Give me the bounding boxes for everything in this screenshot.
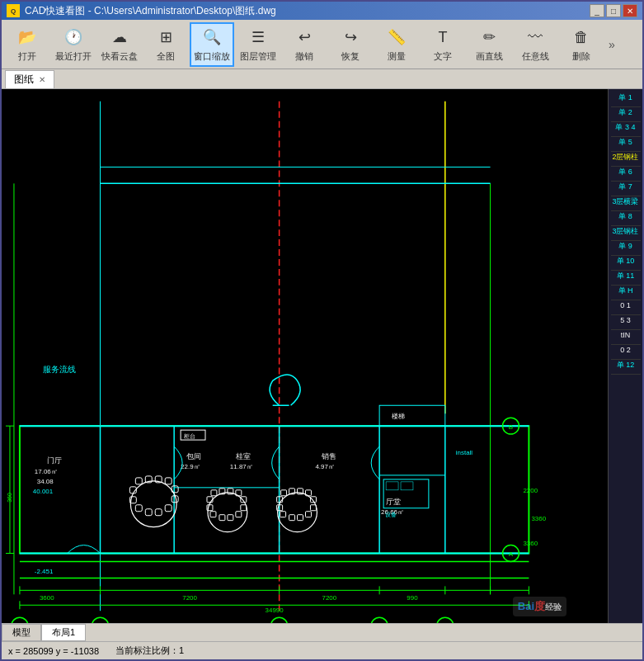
main-window: Q CAD快速看图 - C:\Users\Administrator\Deskt… [0, 0, 644, 661]
right-panel-item-7[interactable]: 3层横梁 [611, 196, 641, 211]
toolbar-btn-delete[interactable]: 🗑 删除 [559, 22, 604, 67]
svg-text:柜台: 柜台 [183, 433, 195, 439]
open-icon: 📂 [16, 26, 39, 49]
app-icon: Q [7, 4, 20, 17]
right-panel-item-14[interactable]: 0 1 [611, 300, 641, 315]
watermark-text: Bai度经验 [513, 597, 566, 616]
toolbar-btn-spline[interactable]: 〰 任意线 [513, 22, 557, 67]
window_zoom-label: 窗口缩放 [194, 50, 230, 63]
window-title: CAD快速看图 - C:\Users\Administrator\Desktop… [25, 4, 590, 18]
content-area: 门厅 17.06㎡ 34.08 40.001 包间 22.9㎡ 桂室 11.87… [2, 89, 642, 623]
spline-label: 任意线 [522, 50, 549, 63]
right-panel: 单 1单 2单 3 4单 52层钢柱单 6单 73层横梁单 83层钢柱单 9单 … [608, 89, 642, 623]
right-panel-item-6[interactable]: 单 7 [611, 182, 641, 196]
right-panel-item-17[interactable]: 0 2 [611, 345, 641, 360]
svg-text:7200: 7200 [182, 594, 197, 602]
svg-text:B: B [509, 423, 513, 431]
bottom-tabs: 模型 布局1 [2, 623, 642, 641]
right-panel-item-2[interactable]: 单 3 4 [611, 122, 641, 137]
svg-text:销售: 销售 [321, 452, 336, 460]
redo-label: 恢复 [341, 50, 360, 63]
tab-close-icon[interactable]: ✕ [39, 75, 45, 84]
svg-text:17.06㎡: 17.06㎡ [35, 468, 58, 475]
right-panel-item-5[interactable]: 单 6 [611, 167, 641, 182]
svg-text:桂室: 桂室 [235, 452, 251, 460]
watermark: Bai度经验 [513, 597, 566, 616]
layer_mgr-icon: ☰ [247, 26, 270, 49]
svg-text:990: 990 [407, 594, 418, 602]
measure-label: 测量 [388, 50, 406, 63]
toolbar-btn-redo[interactable]: ↪ 恢复 [328, 22, 373, 67]
undo-icon: ↩ [293, 26, 316, 49]
toolbar-btn-recent[interactable]: 🕐 最近打开 [51, 22, 96, 67]
status-bar: x = 285099 y = -11038 当前标注比例：1 [2, 641, 642, 659]
toolbar-btn-text[interactable]: T 文字 [421, 22, 465, 67]
scale-info: 当前标注比例：1 [115, 644, 184, 657]
line-icon: ✏ [477, 26, 501, 49]
svg-text:2200: 2200 [523, 487, 538, 494]
right-panel-item-3[interactable]: 单 5 [611, 137, 641, 152]
maximize-button[interactable]: □ [606, 4, 621, 17]
fullview-icon: ⊞ [154, 26, 177, 49]
toolbar: 📂 打开 🕐 最近打开 ☁ 快看云盘 ⊞ 全图 🔍 窗口缩放 ☰ 图层管理 ↩ … [2, 20, 642, 69]
toolbar-btn-measure[interactable]: 📏 测量 [374, 22, 419, 67]
svg-text:A: A [509, 551, 514, 559]
right-panel-item-11[interactable]: 单 10 [611, 256, 641, 271]
right-panel-item-8[interactable]: 单 8 [611, 211, 641, 226]
right-panel-item-0[interactable]: 单 1 [611, 92, 641, 107]
svg-text:34990: 34990 [266, 607, 284, 614]
toolbar-btn-cloud[interactable]: ☁ 快看云盘 [97, 22, 142, 67]
toolbar-btn-window_zoom[interactable]: 🔍 窗口缩放 [190, 22, 234, 67]
svg-text:-2.451: -2.451 [35, 568, 54, 575]
right-panel-item-13[interactable]: 单 H [611, 286, 641, 300]
cad-canvas[interactable]: 门厅 17.06㎡ 34.08 40.001 包间 22.9㎡ 桂室 11.87… [2, 89, 608, 623]
right-panel-item-12[interactable]: 单 11 [611, 271, 641, 286]
svg-point-93 [371, 617, 388, 623]
right-panel-item-1[interactable]: 单 2 [611, 107, 641, 122]
svg-text:7200: 7200 [322, 594, 337, 602]
toolbar-btn-undo[interactable]: ↩ 撤销 [282, 22, 327, 67]
svg-text:服务流线: 服务流线 [43, 365, 76, 374]
coordinates: x = 285099 y = -11038 [8, 646, 99, 656]
recent-label: 最近打开 [55, 50, 92, 63]
right-panel-item-16[interactable]: tIN [611, 330, 641, 345]
line-label: 画直线 [476, 50, 503, 63]
redo-icon: ↪ [339, 26, 362, 49]
right-panel-item-18[interactable]: 单 12 [611, 360, 641, 375]
cad-drawing: 门厅 17.06㎡ 34.08 40.001 包间 22.9㎡ 桂室 11.87… [2, 89, 608, 623]
tab-layout1[interactable]: 布局1 [41, 624, 86, 641]
toolbar-btn-line[interactable]: ✏ 画直线 [467, 22, 511, 67]
window-controls: _ □ ✕ [590, 4, 637, 17]
text-label: 文字 [434, 50, 452, 63]
right-panel-item-9[interactable]: 3层钢柱 [611, 226, 641, 241]
svg-text:设备: 设备 [385, 512, 397, 517]
undo-label: 撤销 [295, 50, 313, 63]
tab-model[interactable]: 模型 [2, 624, 41, 641]
svg-text:34.08: 34.08 [37, 478, 54, 485]
open-label: 打开 [18, 50, 36, 63]
right-panel-item-15[interactable]: 5 3 [611, 315, 641, 330]
toolbar-btn-open[interactable]: 📂 打开 [5, 22, 49, 67]
svg-text:40.001: 40.001 [33, 488, 54, 495]
toolbar-btn-layer_mgr[interactable]: ☰ 图层管理 [236, 22, 280, 67]
close-button[interactable]: ✕ [623, 4, 637, 17]
tab-drawings-label: 图纸 [14, 73, 34, 87]
minimize-button[interactable]: _ [590, 4, 604, 17]
delete-icon: 🗑 [570, 26, 593, 49]
svg-text:楼梯: 楼梯 [392, 413, 405, 420]
toolbar-btn-fullview[interactable]: ⊞ 全图 [143, 22, 188, 67]
title-bar: Q CAD快速看图 - C:\Users\Administrator\Deskt… [2, 2, 642, 20]
right-panel-item-4[interactable]: 2层钢柱 [611, 152, 641, 167]
svg-text:11.87㎡: 11.87㎡ [230, 463, 253, 470]
svg-text:3360: 3360 [523, 540, 538, 547]
cloud-label: 快看云盘 [101, 50, 138, 63]
tab-drawings[interactable]: 图纸 ✕ [5, 70, 54, 88]
recent-icon: 🕐 [62, 26, 85, 49]
tab-bar: 图纸 ✕ [2, 69, 642, 89]
svg-text:install: install [456, 449, 473, 456]
right-panel-item-10[interactable]: 单 9 [611, 241, 641, 256]
svg-text:4.97㎡: 4.97㎡ [315, 463, 334, 470]
measure-icon: 📏 [385, 26, 408, 49]
svg-point-91 [271, 617, 288, 623]
toolbar-more-button[interactable]: » [607, 36, 617, 53]
